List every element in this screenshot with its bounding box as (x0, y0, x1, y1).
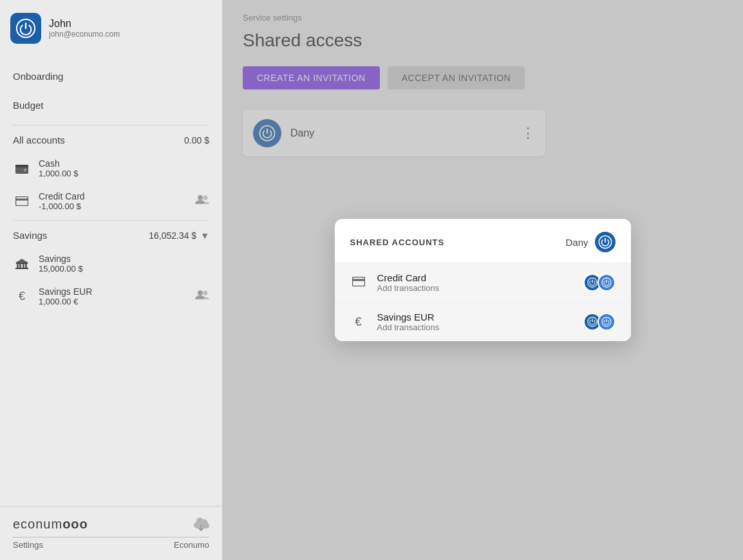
modal-credit-card-action: Add transactions (377, 283, 573, 293)
modal-account-row-savings-eur[interactable]: € Savings EUR Add transactions (335, 302, 631, 341)
svg-rect-13 (25, 264, 27, 268)
account-item-cash[interactable]: Cash 1,000.00 $ (0, 152, 222, 185)
modal-credit-card-avatars (583, 274, 616, 292)
modal-credit-card-info: Credit Card Add transactions (377, 272, 573, 293)
econumo-link[interactable]: Econumo (174, 540, 209, 550)
card-icon (13, 196, 31, 206)
all-accounts-balance: 0.00 $ (184, 135, 209, 145)
svg-point-16 (203, 291, 208, 295)
svg-rect-4 (16, 197, 28, 206)
modal-savings-eur-info: Savings EUR Add transactions (377, 312, 573, 332)
footer-links: Settings Econumo (13, 537, 209, 550)
avatar-small-2 (597, 274, 616, 292)
avatar-pair-credit-card (583, 274, 616, 292)
savings-eur-account-info: Savings EUR 1,000.00 € (39, 286, 187, 306)
modal-account-row-credit-card[interactable]: Credit Card Add transactions (335, 263, 631, 302)
wallet-icon (13, 163, 31, 174)
main-content: Service settings Shared access CREATE AN… (222, 0, 743, 560)
econum-logo: econumooo (13, 517, 88, 532)
svg-point-7 (203, 196, 208, 200)
modal-euro-icon: € (350, 315, 367, 329)
modal-credit-card-name: Credit Card (377, 272, 573, 283)
svg-marker-8 (15, 259, 28, 263)
sidebar-item-onboarding[interactable]: Onboarding (0, 62, 222, 91)
account-item-savings-eur[interactable]: € Savings EUR 1,000.00 € (0, 280, 222, 313)
modal-savings-eur-name: Savings EUR (377, 312, 573, 322)
svg-rect-19 (352, 277, 364, 286)
power-logo-icon (16, 19, 35, 38)
savings-chevron-icon: ▼ (200, 230, 209, 241)
all-accounts-label: All accounts (13, 135, 65, 145)
footer-logo-row: econumooo (13, 517, 209, 532)
sidebar-item-budget[interactable]: Budget (0, 91, 222, 120)
svg-rect-10 (17, 264, 19, 268)
euro-icon: € (13, 290, 31, 303)
svg-rect-9 (16, 263, 28, 264)
all-accounts-section: All accounts 0.00 $ Cash 1,000.00 $ Cred… (0, 126, 222, 220)
savings-label: Savings (13, 230, 47, 241)
savings-account-balance: 15,000.00 $ (39, 264, 209, 274)
sidebar-email: john@econumo.com (49, 30, 120, 39)
all-accounts-header[interactable]: All accounts 0.00 $ (0, 128, 222, 152)
savings-section: Savings 16,052.34 $ ▼ Savings 15,000.00 … (0, 221, 222, 315)
sidebar-footer: econumooo Settings Econumo (0, 506, 222, 560)
svg-point-3 (24, 169, 26, 171)
svg-point-6 (198, 195, 203, 200)
svg-rect-12 (23, 264, 24, 268)
shared-accounts-modal: SHARED ACCOUNTS Dany (335, 219, 631, 341)
cash-account-name: Cash (39, 158, 209, 169)
modal-user-avatar (595, 232, 616, 252)
svg-rect-5 (15, 199, 28, 201)
sidebar-username: John (49, 18, 120, 30)
savings-account-name: Savings (39, 254, 209, 264)
cloud-icon (193, 518, 209, 532)
shared-users-icon (195, 194, 209, 208)
credit-card-account-name: Credit Card (39, 191, 187, 201)
svg-rect-11 (19, 264, 21, 268)
savings-balance: 16,052.34 $ (149, 230, 196, 241)
modal-savings-eur-action: Add transactions (377, 322, 573, 332)
svg-rect-14 (15, 268, 28, 269)
svg-rect-2 (15, 165, 28, 167)
sidebar: John john@econumo.com Onboarding Budget … (0, 0, 222, 560)
savings-header[interactable]: Savings 16,052.34 $ ▼ (0, 223, 222, 247)
credit-card-account-info: Credit Card -1,000.00 $ (39, 191, 187, 211)
modal-header: SHARED ACCOUNTS Dany (335, 219, 631, 263)
svg-point-15 (198, 290, 203, 295)
savings-eur-account-name: Savings EUR (39, 286, 187, 297)
cash-account-balance: 1,000.00 $ (39, 169, 209, 178)
account-item-credit-card[interactable]: Credit Card -1,000.00 $ (0, 185, 222, 218)
modal-power-icon (598, 235, 612, 249)
bank-icon (13, 258, 31, 270)
credit-card-account-balance: -1,000.00 $ (39, 201, 187, 211)
avatar-pair-savings-eur (583, 313, 616, 331)
modal-username: Dany (565, 237, 588, 248)
user-info: John john@econumo.com (49, 18, 120, 39)
modal-user-info: Dany (565, 232, 615, 252)
svg-rect-20 (352, 279, 365, 281)
cash-account-info: Cash 1,000.00 $ (39, 158, 209, 178)
modal-card-icon (350, 276, 367, 290)
modal-savings-eur-avatars (583, 313, 616, 331)
savings-eur-shared-icon (195, 290, 209, 303)
account-item-savings[interactable]: Savings 15,000.00 $ (0, 247, 222, 280)
savings-eur-account-balance: 1,000.00 € (39, 297, 187, 306)
sidebar-header: John john@econumo.com (0, 0, 222, 57)
user-avatar (10, 13, 41, 44)
sidebar-navigation: Onboarding Budget (0, 57, 222, 125)
modal-title: SHARED ACCOUNTS (350, 238, 445, 247)
modal-overlay[interactable]: SHARED ACCOUNTS Dany (222, 0, 743, 560)
avatar-small-4 (597, 313, 616, 331)
savings-account-info: Savings 15,000.00 $ (39, 254, 209, 274)
settings-link[interactable]: Settings (13, 540, 43, 550)
